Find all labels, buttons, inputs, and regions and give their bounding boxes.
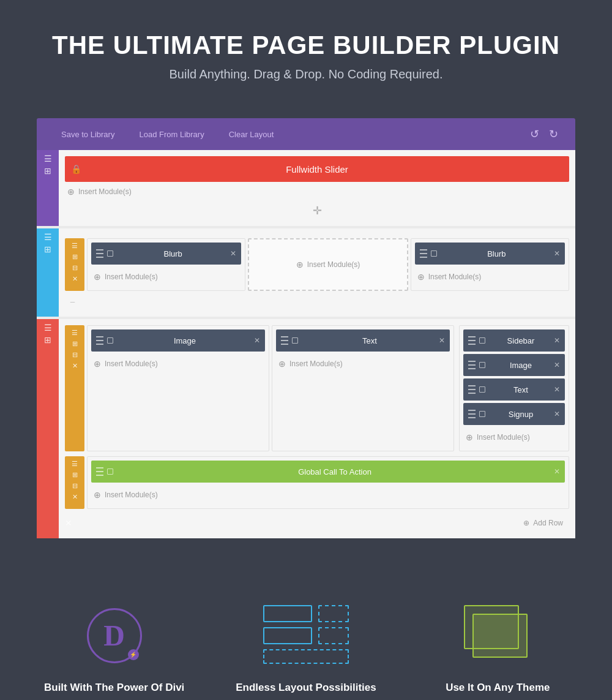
row-3-1-layout[interactable]: ⊞ — [72, 340, 78, 348]
section-2-controls: ☰ ⊞ — [37, 228, 59, 317]
row-1-col[interactable]: ⊟ — [72, 264, 78, 272]
plus-2-2: ⊕ — [296, 260, 304, 269]
sidebar-text-layout-icon — [479, 386, 485, 393]
section-3-row-2: ☰ ⊞ ⊟ ✕ Global Call To Action ✕ — [65, 456, 569, 509]
divi-title: Built With The Power Of Divi — [29, 682, 200, 694]
load-from-library-button[interactable]: Load From Library — [127, 118, 216, 150]
section-1: ☰ ⊞ 🔒 Fullwidth Slider ⊕ Insert Module(s… — [37, 150, 575, 226]
theme-svg-icon — [464, 605, 531, 666]
section-3-menu-icon[interactable]: ☰ — [44, 324, 52, 333]
row-3-1-menu[interactable]: ☰ — [72, 329, 78, 337]
insert-2-1[interactable]: ⊕ Insert Module(s) — [91, 267, 241, 287]
insert-3-1[interactable]: ⊕ Insert Module(s) — [91, 354, 265, 374]
fullwidth-slider-label: Fullwidth Slider — [286, 164, 348, 175]
section-2-bottom: − — [65, 295, 569, 310]
layout-icon-wrap — [220, 602, 392, 669]
sidebar-text-module[interactable]: Text ✕ — [463, 378, 565, 401]
sidebar-module[interactable]: Sidebar ✕ — [463, 329, 565, 352]
plus-3-1: ⊕ — [94, 359, 101, 369]
plus-2-1: ⊕ — [94, 272, 101, 282]
cta-handle — [96, 467, 103, 476]
redo-icon[interactable]: ↻ — [544, 127, 563, 141]
section-2-layout-icon[interactable]: ⊞ — [44, 246, 51, 254]
signup-module[interactable]: Signup ✕ — [463, 403, 565, 425]
section-2-menu-icon[interactable]: ☰ — [44, 233, 52, 242]
divi-icon-wrap: D ⚡ — [29, 602, 200, 669]
section-3-layout-icon[interactable]: ⊞ — [44, 336, 51, 345]
section-3-inner: ☰ ⊞ ⊟ ✕ Image — [59, 319, 575, 538]
module-layout-icon-1 — [107, 250, 113, 257]
sidebar-handle — [468, 336, 476, 345]
section-2-collapse[interactable]: − — [65, 297, 80, 308]
col-2-2[interactable]: ⊕ Insert Module(s) — [248, 238, 408, 291]
layout-rect-4 — [318, 627, 349, 644]
section-3: ☰ ⊞ ☰ ⊞ ⊟ ✕ — [37, 319, 575, 538]
section-3-left: ☰ ⊞ ⊟ ✕ Image — [65, 325, 454, 451]
plus-2-3: ⊕ — [417, 272, 425, 282]
blurb-module-1[interactable]: Blurb ✕ — [91, 243, 241, 265]
fullwidth-slider-module[interactable]: 🔒 Fullwidth Slider — [65, 156, 569, 182]
row-1-layout[interactable]: ⊞ — [72, 253, 78, 261]
row-3-2-layout[interactable]: ⊞ — [72, 471, 78, 479]
undo-icon[interactable]: ↺ — [525, 127, 544, 141]
image-close[interactable]: ✕ — [254, 336, 260, 345]
cta-close[interactable]: ✕ — [554, 467, 560, 476]
row-3-2-controls: ☰ ⊞ ⊟ ✕ — [65, 456, 84, 509]
layout-title: Endless Layout Possibilities — [220, 682, 392, 694]
sidebar-text-close[interactable]: ✕ — [554, 385, 560, 394]
add-row-button[interactable]: ⊕ Add Row — [517, 514, 569, 532]
insert-3-3[interactable]: ⊕ Insert Module(s) — [91, 485, 565, 505]
row-3-1-col[interactable]: ⊟ — [72, 351, 78, 359]
section-3-close-icon[interactable]: ✕ — [65, 518, 72, 529]
page-title: THE ULTIMATE PAGE BUILDER PLUGIN — [49, 31, 563, 60]
sidebar-image-module[interactable]: Image ✕ — [463, 354, 565, 376]
divi-lightning-icon: ⚡ — [128, 649, 139, 660]
insert-3-2[interactable]: ⊕ Insert Module(s) — [276, 354, 450, 374]
sidebar-column: Sidebar ✕ Image ✕ — [459, 325, 569, 451]
clear-layout-button[interactable]: Clear Layout — [217, 118, 286, 150]
lock-icon: 🔒 — [71, 164, 81, 174]
insert-2-3[interactable]: ⊕ Insert Module(s) — [415, 267, 565, 287]
plus-3-2: ⊕ — [278, 359, 286, 369]
blurb-module-2[interactable]: Blurb ✕ — [415, 243, 565, 265]
image-layout-icon — [107, 337, 113, 344]
divi-d-letter: D — [103, 621, 125, 650]
blurb-2-close[interactable]: ✕ — [554, 249, 560, 258]
theme-title: Use It On Any Theme — [412, 682, 583, 694]
feature-theme: Use It On Any Theme The Divi Builder plu… — [412, 602, 583, 700]
feature-divi: D ⚡ Built With The Power Of Divi The Div… — [29, 602, 200, 700]
insert-2-2[interactable]: ⊕ Insert Module(s) — [294, 255, 363, 274]
section-layout-icon[interactable]: ⊞ — [44, 167, 51, 176]
module-handle-2 — [420, 249, 427, 258]
insert-module-row-1[interactable]: ⊕ Insert Module(s) — [65, 182, 569, 201]
section-1-controls: ☰ ⊞ — [37, 150, 59, 226]
row-3-2-menu[interactable]: ☰ — [72, 460, 78, 468]
row-3-2-settings[interactable]: ✕ — [72, 493, 78, 501]
sidebar-image-close[interactable]: ✕ — [554, 361, 560, 369]
signup-close[interactable]: ✕ — [554, 410, 560, 418]
text-close[interactable]: ✕ — [439, 336, 445, 345]
module-layout-icon-2 — [431, 250, 437, 257]
row-1-controls: ☰ ⊞ ⊟ ✕ — [65, 238, 84, 291]
plus-sidebar: ⊕ — [466, 432, 473, 442]
image-module[interactable]: Image ✕ — [91, 329, 265, 352]
row-1-menu[interactable]: ☰ — [72, 242, 78, 250]
page-subtitle: Build Anything. Drag & Drop. No Coding R… — [49, 67, 563, 81]
section-menu-icon[interactable]: ☰ — [44, 155, 52, 164]
insert-sidebar[interactable]: ⊕ Insert Module(s) — [463, 427, 565, 447]
builder-toolbar: Save to Library Load From Library Clear … — [37, 118, 575, 150]
global-cta-module[interactable]: Global Call To Action ✕ — [91, 461, 565, 483]
sidebar-text-handle — [468, 385, 476, 394]
layout-svg-icon — [263, 605, 349, 666]
crosshair-icon: ✛ — [313, 204, 322, 217]
blurb-1-close[interactable]: ✕ — [230, 249, 236, 258]
theme-rect-2 — [472, 614, 528, 658]
save-to-library-button[interactable]: Save to Library — [49, 118, 127, 150]
col-3-text: Text ✕ ⊕ Insert Module(s) — [272, 325, 454, 451]
row-3-1-settings[interactable]: ✕ — [72, 362, 78, 370]
row-3-2-col[interactable]: ⊟ — [72, 482, 78, 490]
row-1-settings[interactable]: ✕ — [72, 275, 78, 283]
sidebar-close[interactable]: ✕ — [554, 336, 560, 345]
text-module[interactable]: Text ✕ — [276, 329, 450, 352]
features-section: D ⚡ Built With The Power Of Divi The Div… — [0, 565, 612, 700]
